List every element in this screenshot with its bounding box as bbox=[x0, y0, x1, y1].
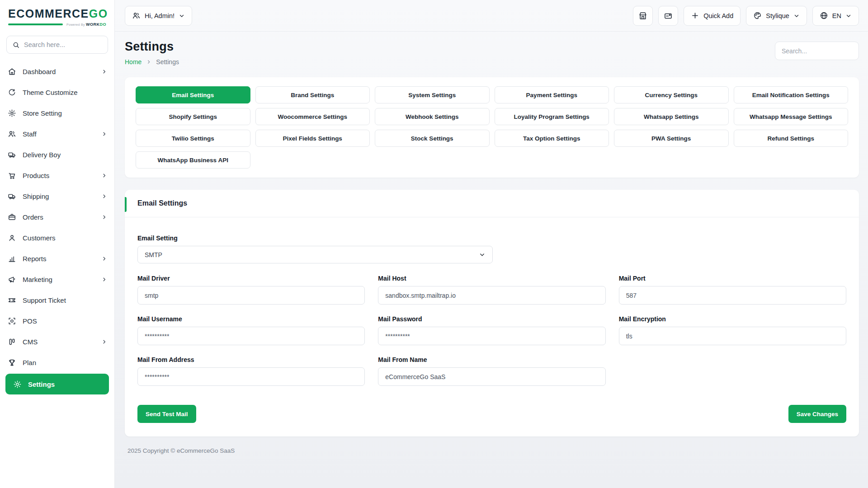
cms-icon bbox=[8, 338, 16, 346]
tab-whatsapp-message-settings[interactable]: Whatsapp Message Settings bbox=[734, 108, 849, 125]
sidebar-item-customers[interactable]: Customers bbox=[0, 227, 114, 248]
mail-from-address-input[interactable] bbox=[137, 367, 365, 386]
sidebar-item-label: Products bbox=[23, 172, 101, 179]
sidebar-item-label: POS bbox=[23, 317, 107, 325]
sidebar-item-pos[interactable]: POS bbox=[0, 310, 114, 331]
chevron-right-icon bbox=[101, 256, 107, 262]
sidebar: ECOMMERCEGO Powered By WORKDO DashboardT… bbox=[0, 0, 115, 488]
save-changes-button[interactable]: Save Changes bbox=[788, 405, 846, 423]
main-area: Hi, Admin! Quick Add Stylique EN bbox=[115, 0, 868, 488]
mail-encryption-input[interactable] bbox=[619, 327, 846, 345]
tab-tax-option-settings[interactable]: Tax Option Settings bbox=[495, 130, 609, 147]
tab-currency-settings[interactable]: Currency Settings bbox=[614, 86, 729, 103]
tab-loyality-program-settings[interactable]: Loyality Program Settings bbox=[495, 108, 609, 125]
sidebar-item-settings[interactable]: Settings bbox=[5, 374, 109, 394]
tab-webhook-settings[interactable]: Webhook Settings bbox=[375, 108, 490, 125]
field-mail-host: Mail Host bbox=[378, 275, 605, 305]
sidebar-item-shipping[interactable]: Shipping bbox=[0, 186, 114, 206]
mail-username-input[interactable] bbox=[137, 327, 365, 345]
field-label: Mail Encryption bbox=[619, 315, 846, 323]
tab-system-settings[interactable]: System Settings bbox=[375, 86, 490, 103]
quick-add-button[interactable]: Quick Add bbox=[684, 6, 741, 26]
powered-by: Powered By WORKDO bbox=[66, 22, 106, 27]
sidebar-item-label: CMS bbox=[23, 338, 101, 346]
content-search-input[interactable] bbox=[782, 47, 852, 55]
truck-icon bbox=[8, 150, 16, 159]
refresh-icon bbox=[8, 88, 16, 97]
mail-driver-input[interactable] bbox=[137, 286, 365, 305]
tab-whatsapp-settings[interactable]: Whatsapp Settings bbox=[614, 108, 729, 125]
sidebar-item-label: Dashboard bbox=[23, 68, 101, 75]
field-label: Mail Host bbox=[378, 275, 605, 282]
briefcase-icon bbox=[8, 213, 16, 221]
field-label: Mail From Name bbox=[378, 356, 605, 363]
mail-host-input[interactable] bbox=[378, 286, 605, 305]
gear-icon bbox=[13, 380, 22, 389]
tab-shopify-settings[interactable]: Shopify Settings bbox=[136, 108, 250, 125]
field-label: Mail Port bbox=[619, 275, 846, 282]
tab-brand-settings[interactable]: Brand Settings bbox=[255, 86, 370, 103]
mail-from-name-input[interactable] bbox=[378, 367, 605, 386]
breadcrumb: Home Settings bbox=[125, 58, 179, 66]
style-menu-label: Stylique bbox=[766, 12, 789, 19]
sidebar-item-orders[interactable]: Orders bbox=[0, 206, 114, 227]
sidebar-item-products[interactable]: Products bbox=[0, 165, 114, 186]
tab-twilio-settings[interactable]: Twilio Settings bbox=[136, 130, 250, 147]
tab-pwa-settings[interactable]: PWA Settings bbox=[614, 130, 729, 147]
chevron-down-icon bbox=[179, 13, 185, 19]
tab-email-notification-settings[interactable]: Email Notification Settings bbox=[734, 86, 849, 103]
field-mail-driver: Mail Driver bbox=[137, 275, 365, 305]
user-menu-button[interactable]: Hi, Admin! bbox=[125, 6, 192, 26]
tab-payment-settings[interactable]: Payment Settings bbox=[495, 86, 609, 103]
tab-email-settings[interactable]: Email Settings bbox=[136, 86, 250, 103]
tab-whatsapp-business-api[interactable]: WhatsApp Business API bbox=[136, 151, 250, 169]
chevron-right-icon bbox=[146, 59, 151, 65]
globe-icon bbox=[820, 11, 828, 20]
sidebar-item-support-ticket[interactable]: Support Ticket bbox=[0, 290, 114, 310]
email-setting-label: Email Setting bbox=[137, 235, 846, 242]
email-setting-select[interactable]: SMTP bbox=[137, 246, 493, 263]
chevron-right-icon bbox=[101, 277, 107, 282]
gear-icon bbox=[8, 109, 16, 117]
sidebar-item-delivery-boy[interactable]: Delivery Boy bbox=[0, 144, 114, 165]
search-icon bbox=[12, 41, 20, 49]
tab-woocommerce-settings[interactable]: Woocommerce Settings bbox=[255, 108, 370, 125]
style-menu-button[interactable]: Stylique bbox=[746, 6, 807, 26]
chevron-right-icon bbox=[101, 193, 107, 199]
sidebar-item-store-setting[interactable]: Store Setting bbox=[0, 103, 114, 123]
mail-button[interactable] bbox=[658, 6, 678, 26]
field-mail-from-name: Mail From Name bbox=[378, 356, 605, 386]
tab-refund-settings[interactable]: Refund Settings bbox=[734, 130, 849, 147]
sidebar-item-staff[interactable]: Staff bbox=[0, 123, 114, 144]
sidebar-search-input[interactable] bbox=[24, 41, 102, 48]
language-menu-button[interactable]: EN bbox=[812, 6, 859, 26]
pos-icon bbox=[8, 317, 16, 325]
sidebar-item-cms[interactable]: CMS bbox=[0, 331, 114, 352]
tab-pixel-fields-settings[interactable]: Pixel Fields Settings bbox=[255, 130, 370, 147]
storefront-button[interactable] bbox=[633, 6, 653, 26]
sidebar-search[interactable] bbox=[6, 36, 108, 54]
plus-icon bbox=[691, 11, 699, 20]
tab-stock-settings[interactable]: Stock Settings bbox=[375, 130, 490, 147]
breadcrumb-home-link[interactable]: Home bbox=[125, 58, 142, 66]
sidebar-item-label: Customers bbox=[23, 234, 107, 242]
sidebar-item-reports[interactable]: Reports bbox=[0, 248, 114, 269]
settings-tabs-card: Email SettingsBrand SettingsSystem Setti… bbox=[125, 77, 859, 178]
sidebar-nav: DashboardTheme CustomizeStore SettingSta… bbox=[0, 58, 114, 488]
send-test-mail-button[interactable]: Send Test Mail bbox=[137, 405, 196, 423]
sidebar-item-marketing[interactable]: Marketing bbox=[0, 269, 114, 290]
users-icon bbox=[132, 11, 141, 20]
accent-bar bbox=[125, 197, 127, 212]
page-header: Settings Home Settings bbox=[125, 40, 859, 66]
quick-add-label: Quick Add bbox=[703, 12, 733, 19]
sidebar-item-plan[interactable]: Plan bbox=[0, 352, 114, 373]
content-search[interactable] bbox=[775, 42, 859, 60]
sidebar-item-dashboard[interactable]: Dashboard bbox=[0, 61, 114, 82]
topbar: Hi, Admin! Quick Add Stylique EN bbox=[115, 0, 868, 32]
sidebar-item-theme-customize[interactable]: Theme Customize bbox=[0, 82, 114, 103]
sidebar-item-label: Settings bbox=[28, 380, 102, 388]
mail-port-input[interactable] bbox=[619, 286, 846, 305]
users-icon bbox=[8, 130, 16, 138]
mail-password-input[interactable] bbox=[378, 327, 605, 345]
megaphone-icon bbox=[8, 275, 16, 284]
